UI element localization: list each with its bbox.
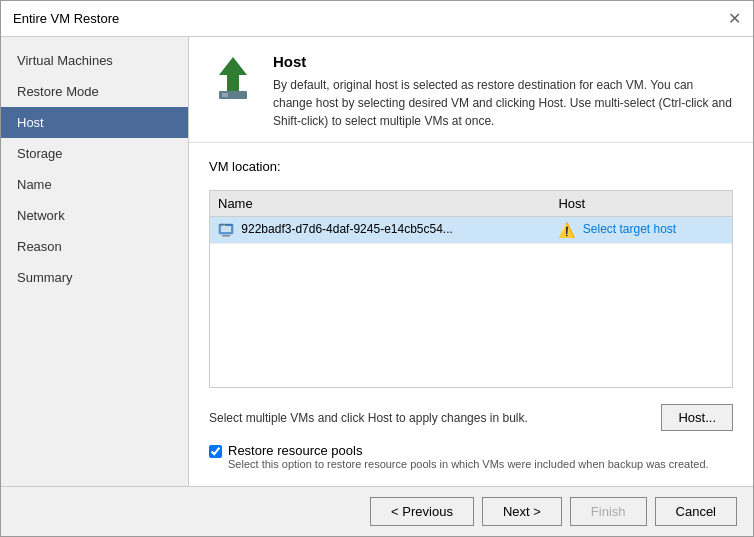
sidebar-item-network[interactable]: Network (1, 200, 188, 231)
sidebar-item-storage[interactable]: Storage (1, 138, 188, 169)
close-button[interactable]: ✕ (728, 9, 741, 28)
restore-resource-pools-checkbox[interactable] (209, 445, 222, 458)
title-bar: Entire VM Restore ✕ (1, 1, 753, 37)
bulk-text: Select multiple VMs and click Host to ap… (209, 411, 528, 425)
vm-location-label: VM location: (209, 159, 733, 174)
header-text: Host By default, original host is select… (273, 53, 733, 130)
sidebar-item-host[interactable]: Host (1, 107, 188, 138)
vm-name: 922badf3-d7d6-4daf-9245-e14cb5c54... (241, 222, 453, 236)
bulk-row: Select multiple VMs and click Host to ap… (209, 404, 733, 431)
next-button[interactable]: Next > (482, 497, 562, 526)
checkbox-description: Select this option to restore resource p… (228, 458, 709, 470)
vm-host-cell: ⚠️ Select target host (550, 217, 732, 244)
table-row[interactable]: 922badf3-d7d6-4daf-9245-e14cb5c54... ⚠️ … (210, 217, 732, 244)
svg-rect-5 (221, 226, 231, 232)
vm-icon (218, 222, 234, 238)
finish-button[interactable]: Finish (570, 497, 647, 526)
vm-name-cell: 922badf3-d7d6-4daf-9245-e14cb5c54... (210, 217, 550, 244)
entire-vm-restore-window: Entire VM Restore ✕ Virtual MachinesRest… (0, 0, 754, 537)
sidebar-item-name[interactable]: Name (1, 169, 188, 200)
main-panel: Host By default, original host is select… (189, 37, 753, 486)
header: Host By default, original host is select… (189, 37, 753, 143)
checkbox-main-label: Restore resource pools (228, 443, 709, 458)
checkbox-row: Restore resource pools Select this optio… (209, 443, 733, 470)
svg-rect-7 (220, 225, 222, 226)
vm-table-container: Name Host (209, 190, 733, 388)
col-host: Host (550, 191, 732, 217)
svg-rect-4 (222, 235, 230, 237)
sidebar-item-virtual-machines[interactable]: Virtual Machines (1, 45, 188, 76)
table-header-row: Name Host (210, 191, 732, 217)
vm-table: Name Host (210, 191, 732, 244)
content-area: Virtual MachinesRestore ModeHostStorageN… (1, 37, 753, 486)
checkbox-label: Restore resource pools Select this optio… (228, 443, 709, 470)
host-button[interactable]: Host... (661, 404, 733, 431)
sidebar-item-restore-mode[interactable]: Restore Mode (1, 76, 188, 107)
sidebar-item-summary[interactable]: Summary (1, 262, 188, 293)
col-name: Name (210, 191, 550, 217)
host-icon (209, 53, 257, 101)
body-panel: VM location: Name Host (189, 143, 753, 486)
window-title: Entire VM Restore (13, 11, 119, 26)
footer: < Previous Next > Finish Cancel (1, 486, 753, 536)
warning-icon: ⚠️ (558, 222, 575, 238)
svg-rect-8 (223, 225, 225, 226)
svg-rect-2 (222, 93, 228, 97)
select-target-host-link[interactable]: Select target host (583, 222, 676, 236)
previous-button[interactable]: < Previous (370, 497, 474, 526)
cancel-button[interactable]: Cancel (655, 497, 737, 526)
header-description: By default, original host is selected as… (273, 76, 733, 130)
sidebar-item-reason[interactable]: Reason (1, 231, 188, 262)
header-title: Host (273, 53, 733, 70)
sidebar: Virtual MachinesRestore ModeHostStorageN… (1, 37, 189, 486)
